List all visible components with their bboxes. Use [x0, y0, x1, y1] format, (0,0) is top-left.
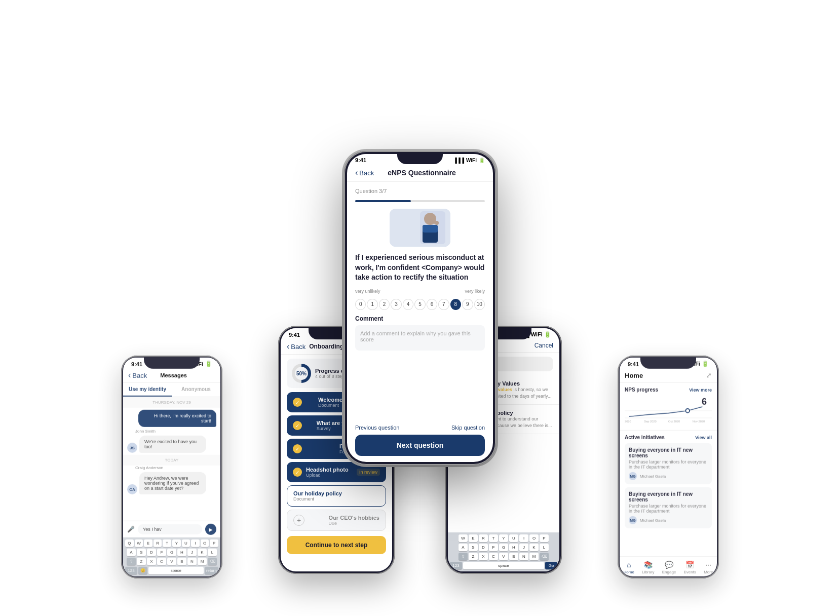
initiative-1[interactable]: Buying everyone in IT new screens Purcha… [625, 443, 712, 484]
tab-identity[interactable]: Use my identity [123, 383, 172, 397]
key-x[interactable]: X [479, 553, 488, 560]
key-e[interactable]: E [469, 534, 478, 542]
continue-button[interactable]: Continue to next step [287, 536, 386, 554]
key-t[interactable]: T [489, 534, 498, 542]
key-w[interactable]: W [135, 540, 143, 547]
scale-0[interactable]: 0 [355, 299, 366, 310]
key-p[interactable]: P [540, 534, 549, 542]
expand-icon[interactable]: ⤢ [706, 371, 712, 379]
cancel-button[interactable]: Cancel [534, 342, 553, 349]
key-return[interactable]: return [205, 567, 218, 574]
key-r[interactable]: R [479, 534, 488, 542]
key-x[interactable]: X [147, 558, 156, 565]
key-numbers[interactable]: 123 [450, 562, 462, 569]
key-k[interactable]: K [198, 549, 207, 556]
key-shift[interactable]: ⇧ [127, 558, 136, 565]
key-c[interactable]: C [157, 558, 166, 565]
send-button[interactable]: ▶ [205, 524, 216, 535]
prev-question-link[interactable]: Previous question [355, 425, 399, 431]
key-i[interactable]: I [519, 534, 528, 542]
scale-10[interactable]: 10 [474, 299, 485, 310]
skip-question-link[interactable]: Skip question [451, 425, 485, 431]
key-y[interactable]: Y [499, 534, 508, 542]
key-o[interactable]: O [201, 540, 209, 547]
key-backspace[interactable]: ⌫ [208, 558, 217, 565]
key-d[interactable]: D [147, 549, 156, 556]
key-g[interactable]: G [167, 549, 176, 556]
scale-7[interactable]: 7 [438, 299, 449, 310]
key-a[interactable]: A [127, 549, 136, 556]
key-h[interactable]: H [177, 549, 186, 556]
back-button[interactable]: Back [355, 168, 374, 177]
key-l[interactable]: L [208, 549, 217, 556]
key-v[interactable]: V [167, 558, 176, 565]
step-holiday[interactable]: Our holiday policy Document [287, 485, 386, 507]
key-shift[interactable]: ⇧ [459, 553, 468, 560]
key-b[interactable]: B [509, 553, 518, 560]
scale-5[interactable]: 5 [414, 299, 425, 310]
key-v[interactable]: V [499, 553, 508, 560]
key-s[interactable]: S [137, 549, 146, 556]
initiative-2[interactable]: Buying everyone in IT new screens Purcha… [625, 487, 712, 528]
nav-library[interactable]: 📚 Library [642, 561, 654, 574]
key-b[interactable]: B [177, 558, 186, 565]
key-numbers[interactable]: 123 [125, 567, 137, 574]
step-headshot[interactable]: ✓ Headshot photo Upload In review [287, 462, 386, 482]
key-n[interactable]: N [519, 553, 528, 560]
scale-8[interactable]: 8 [450, 299, 461, 310]
key-n[interactable]: N [187, 558, 197, 565]
key-m[interactable]: M [529, 553, 539, 560]
key-space[interactable]: space [463, 562, 544, 569]
nav-engage[interactable]: 💬 Engage [662, 561, 676, 574]
key-o[interactable]: O [529, 534, 539, 542]
key-f[interactable]: F [157, 549, 166, 556]
scale-2[interactable]: 2 [379, 299, 390, 310]
key-a[interactable]: A [459, 544, 468, 551]
back-button[interactable]: Back [287, 342, 306, 351]
key-j[interactable]: J [519, 544, 528, 551]
view-all-link[interactable]: View all [695, 435, 712, 440]
scale-4[interactable]: 4 [403, 299, 413, 310]
status-bar: 9:41 ▐▐▐ WiFi 🔋 [347, 154, 493, 164]
key-u[interactable]: U [182, 540, 190, 547]
key-k[interactable]: K [529, 544, 539, 551]
step-ceo[interactable]: + Our CEO's hobbies Due [287, 510, 386, 531]
key-y[interactable]: Y [172, 540, 181, 547]
key-d[interactable]: D [479, 544, 488, 551]
key-j[interactable]: J [187, 549, 197, 556]
scale-6[interactable]: 6 [427, 299, 437, 310]
key-q[interactable]: Q [125, 540, 134, 547]
key-z[interactable]: Z [469, 553, 478, 560]
nav-events[interactable]: 📅 Events [683, 561, 696, 574]
nav-home[interactable]: ⌂ Home [624, 561, 634, 574]
scale-1[interactable]: 1 [367, 299, 377, 310]
key-r[interactable]: R [154, 540, 162, 547]
key-m[interactable]: M [198, 558, 207, 565]
key-space[interactable]: space [148, 567, 204, 574]
key-i[interactable]: I [191, 540, 200, 547]
scale-9[interactable]: 9 [462, 299, 473, 310]
key-c[interactable]: C [489, 553, 498, 560]
next-question-button[interactable]: Next question [355, 435, 485, 456]
key-go[interactable]: Go [545, 562, 557, 569]
key-h[interactable]: H [509, 544, 518, 551]
key-g[interactable]: G [499, 544, 508, 551]
message-input[interactable]: Yes I hav [138, 524, 202, 534]
key-s[interactable]: S [469, 544, 478, 551]
scale-3[interactable]: 3 [391, 299, 401, 310]
nav-more[interactable]: ··· More [704, 561, 713, 574]
key-w[interactable]: W [459, 534, 468, 542]
back-button[interactable]: Back [128, 371, 147, 380]
key-u[interactable]: U [509, 534, 518, 542]
key-p[interactable]: P [210, 540, 218, 547]
key-emoji[interactable]: 😊 [138, 567, 147, 574]
key-f[interactable]: F [489, 544, 498, 551]
key-t[interactable]: T [163, 540, 171, 547]
comment-textarea[interactable]: Add a comment to explain why you gave th… [355, 325, 485, 351]
view-more-link[interactable]: View more [689, 387, 712, 392]
key-backspace[interactable]: ⌫ [540, 553, 549, 560]
key-e[interactable]: E [144, 540, 152, 547]
key-z[interactable]: Z [137, 558, 146, 565]
key-l[interactable]: L [540, 544, 549, 551]
tab-anonymous[interactable]: Anonymous [172, 383, 220, 397]
